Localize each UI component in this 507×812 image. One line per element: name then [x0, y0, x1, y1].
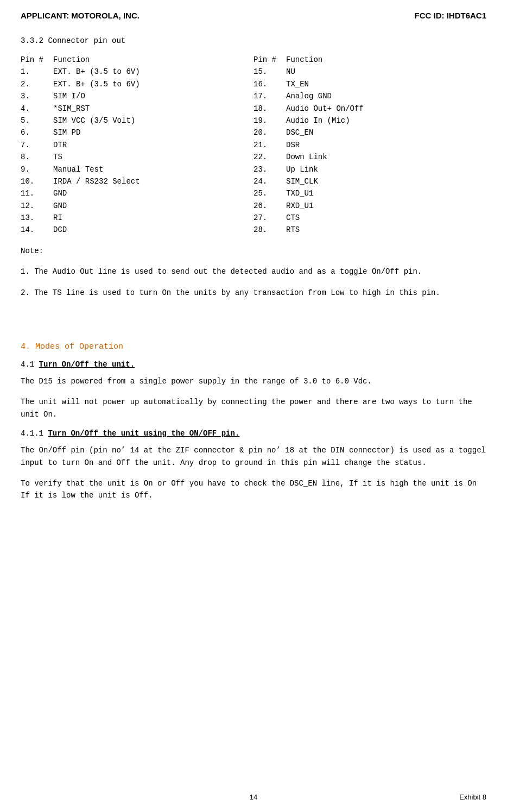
pin-num-right: 18.: [254, 103, 286, 115]
pin-func-left: SIM I/O: [53, 90, 254, 102]
pin-col-left: 3. SIM I/O: [21, 90, 254, 102]
pin-col-left: 11. GND: [21, 187, 254, 199]
table-row: 13. RI 27. CTS: [21, 212, 486, 224]
pin-col-left: 4. *SIM_RST: [21, 103, 254, 115]
pin-num-right: 21.: [254, 139, 286, 151]
pin-col-right: 25. TXD_U1: [254, 187, 486, 199]
note-heading: Note:: [21, 245, 486, 257]
section-4-1-1-heading: 4.1.1 Turn On/Off the unit using the ON/…: [21, 429, 486, 438]
pin-num-left: 10.: [21, 175, 53, 187]
table-row: 6. SIM PD 20. DSC_EN: [21, 127, 486, 139]
pin-func-left: DTR: [53, 139, 254, 151]
pin-num-right: 25.: [254, 187, 286, 199]
pin-num-right: 22.: [254, 151, 286, 163]
section-4-1-1-para2: To verify that the unit is On or Off you…: [21, 477, 486, 502]
pin-func-right: TXD_U1: [286, 187, 486, 199]
pin-func-right: Audio Out+ On/Off: [286, 103, 486, 115]
pin-col-right: 26. RXD_U1: [254, 200, 486, 212]
pin-table: Pin # Function Pin # Function 1. EXT. B+…: [21, 54, 486, 236]
table-row: 4. *SIM_RST 18. Audio Out+ On/Off: [21, 103, 486, 115]
pin-num-left: 4.: [21, 103, 53, 115]
pin-func-left: DCD: [53, 224, 254, 236]
section-4-1-bold: Turn On/Off the unit.: [39, 360, 135, 369]
pin-func-left: GND: [53, 187, 254, 199]
pin-num-right: 26.: [254, 200, 286, 212]
table-row: 8. TS 22. Down Link: [21, 151, 486, 163]
pin-col-left: 10. IRDA / RS232 Select: [21, 175, 254, 187]
pin-col-left: 6. SIM PD: [21, 127, 254, 139]
applicant-name: APPLICANT: MOTOROLA, INC.: [21, 11, 140, 20]
pin-num-left: 2.: [21, 78, 53, 90]
pin-col-right: 28. RTS: [254, 224, 486, 236]
pin-col-right: 23. Up Link: [254, 163, 486, 175]
pin-col-right: 20. DSC_EN: [254, 127, 486, 139]
pin-func-left: *SIM_RST: [53, 103, 254, 115]
pin-func-left: EXT. B+ (3.5 to 6V): [53, 66, 254, 78]
section-4-1-prefix: 4.1: [21, 360, 39, 369]
note-section: Note: 1. The Audio Out line is used to s…: [21, 245, 486, 299]
footer-exhibit: Exhibit 8: [459, 793, 486, 801]
pin-func-left: TS: [53, 151, 254, 163]
pin-col-right: 18. Audio Out+ On/Off: [254, 103, 486, 115]
table-row: 9. Manual Test 23. Up Link: [21, 163, 486, 175]
note-2: 2. The TS line is used to turn On the un…: [21, 287, 486, 299]
pin-col-right: 22. Down Link: [254, 151, 486, 163]
pin-num-right: 24.: [254, 175, 286, 187]
pin-func-right: RXD_U1: [286, 200, 486, 212]
pin-col-left: 2. EXT. B+ (3.5 to 6V): [21, 78, 254, 90]
pin-col-right: 17. Analog GND: [254, 90, 486, 102]
pin-rows: 1. EXT. B+ (3.5 to 6V) 15. NU 2. EXT. B+…: [21, 66, 486, 236]
pin-col-right: 16. TX_EN: [254, 78, 486, 90]
pin-func-left: IRDA / RS232 Select: [53, 175, 254, 187]
spacer-1: [21, 320, 486, 342]
pin-func-right: CTS: [286, 212, 486, 224]
pin-col-right: 27. CTS: [254, 212, 486, 224]
pin-num-left: 9.: [21, 163, 53, 175]
pin-num-left: 3.: [21, 90, 53, 102]
pin-num-left: 12.: [21, 200, 53, 212]
pin-num-right: 17.: [254, 90, 286, 102]
section-4-1-para1: The D15 is powered from a single power s…: [21, 375, 486, 387]
pin-func-right: SIM_CLK: [286, 175, 486, 187]
pin-func-left: EXT. B+ (3.5 to 6V): [53, 78, 254, 90]
pin-func-right: TX_EN: [286, 78, 486, 90]
page-header: APPLICANT: MOTOROLA, INC. FCC ID: IHDT6A…: [21, 11, 486, 20]
table-row: 14. DCD 28. RTS: [21, 224, 486, 236]
page-number: 14: [250, 793, 257, 801]
pin-col-right: 24. SIM_CLK: [254, 175, 486, 187]
pin-num-right: 23.: [254, 163, 286, 175]
pin-col-right: 19. Audio In (Mic): [254, 115, 486, 127]
pin-col-left: 5. SIM VCC (3/5 Volt): [21, 115, 254, 127]
section-4-1-1-prefix: 4.1.1: [21, 429, 48, 438]
pin-func-left: Manual Test: [53, 163, 254, 175]
pin-num-left: 14.: [21, 224, 53, 236]
pin-num-left: 8.: [21, 151, 53, 163]
pin-func-left: RI: [53, 212, 254, 224]
pin-col-right: 15. NU: [254, 66, 486, 78]
pin-func-left: SIM VCC (3/5 Volt): [53, 115, 254, 127]
section-4-1-para2: The unit will not power up automatically…: [21, 396, 486, 420]
section-4-1-heading: 4.1 Turn On/Off the unit.: [21, 360, 486, 369]
pin-num-right: 16.: [254, 78, 286, 90]
table-row: 12. GND 26. RXD_U1: [21, 200, 486, 212]
pin-num-right: 27.: [254, 212, 286, 224]
table-row: 10. IRDA / RS232 Select 24. SIM_CLK: [21, 175, 486, 187]
pin-col-left: 12. GND: [21, 200, 254, 212]
pin-num-left: 13.: [21, 212, 53, 224]
pin-col-left-header: Pin # Function: [21, 54, 254, 66]
section-3-3-2-title: 3.3.2 Connector pin out: [21, 36, 486, 45]
fcc-id: FCC ID: IHDT6AC1: [414, 11, 486, 20]
pin-col-left: 14. DCD: [21, 224, 254, 236]
pin-num-left: 11.: [21, 187, 53, 199]
note-1: 1. The Audio Out line is used to send ou…: [21, 266, 486, 278]
pin-header-right-num: Pin #: [254, 54, 286, 66]
pin-header-row: Pin # Function Pin # Function: [21, 54, 486, 66]
pin-header-left-func: Function: [53, 54, 254, 66]
pin-col-right: 21. DSR: [254, 139, 486, 151]
pin-func-right: DSC_EN: [286, 127, 486, 139]
pin-func-right: Down Link: [286, 151, 486, 163]
page: APPLICANT: MOTOROLA, INC. FCC ID: IHDT6A…: [0, 0, 507, 812]
pin-num-left: 7.: [21, 139, 53, 151]
pin-func-right: RTS: [286, 224, 486, 236]
pin-header-left-num: Pin #: [21, 54, 53, 66]
